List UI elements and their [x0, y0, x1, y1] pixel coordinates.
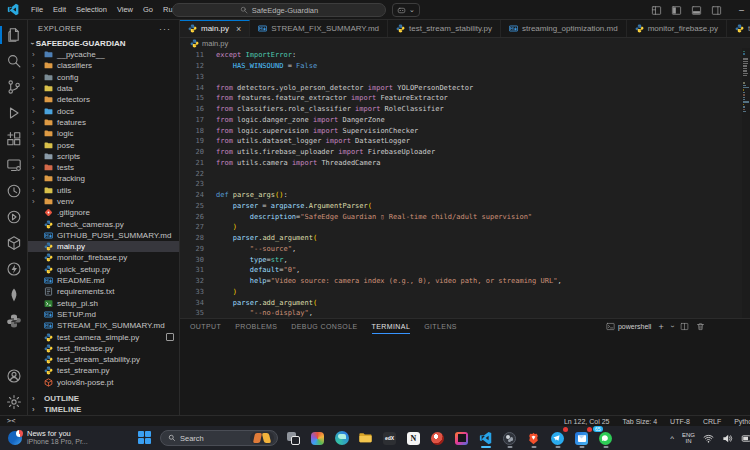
- menu-edit[interactable]: Edit: [48, 0, 71, 20]
- tree-file-README.md[interactable]: README.md: [28, 275, 179, 286]
- tree-folder-venv[interactable]: ›venv: [28, 196, 179, 207]
- taskbar-red-app-icon[interactable]: [429, 428, 446, 448]
- taskbar-telegram-icon[interactable]: [549, 428, 566, 448]
- tree-file-test_stream_stability.py[interactable]: test_stream_stability.py: [28, 354, 179, 365]
- terminal-content[interactable]: [180, 334, 750, 414]
- tree-file-STREAM_FIX_SUMMARY.md[interactable]: STREAM_FIX_SUMMARY.md: [28, 320, 179, 331]
- new-terminal-button[interactable]: +: [658, 322, 663, 332]
- panel-tab-problems[interactable]: PROBLEMS: [235, 319, 277, 334]
- menu-go[interactable]: Go: [138, 0, 158, 20]
- toggle-panel-icon[interactable]: [691, 5, 702, 16]
- status-python[interactable]: Python: [734, 418, 750, 425]
- run-debug-icon[interactable]: [0, 100, 28, 126]
- customize-layout-icon[interactable]: [651, 5, 662, 16]
- tab-test_stream_stability.py[interactable]: test_stream_stability.py: [388, 20, 501, 37]
- taskbar-brave-icon[interactable]: [525, 428, 542, 448]
- breadcrumb[interactable]: main.py: [180, 38, 750, 48]
- container-icon[interactable]: [0, 230, 28, 256]
- panel-tab-debug-console[interactable]: DEBUG CONSOLE: [291, 319, 357, 334]
- tree-file-test_camera_simple.py[interactable]: test_camera_simple.py: [28, 331, 179, 342]
- section-outline[interactable]: ›OUTLINE: [28, 392, 179, 403]
- minimap[interactable]: [742, 48, 750, 318]
- tree-file-test_firebase.py[interactable]: test_firebase.py: [28, 343, 179, 354]
- tab-test_firebase.py[interactable]: test_firebase.py: [727, 20, 750, 37]
- clock-icon[interactable]: [0, 178, 28, 204]
- tree-file-quick_setup.py[interactable]: quick_setup.py: [28, 264, 179, 275]
- toggle-sidebar-icon[interactable]: [671, 5, 682, 16]
- python-ext-icon[interactable]: [0, 308, 28, 334]
- tree-folder-__pycache__[interactable]: ›__pycache__: [28, 49, 179, 60]
- vscode-logo-icon[interactable]: [7, 3, 20, 16]
- wifi-icon[interactable]: [703, 433, 714, 444]
- tree-folder-config[interactable]: ›config: [28, 72, 179, 83]
- panel-tab-output[interactable]: OUTPUT: [190, 319, 221, 334]
- copilot-button[interactable]: ⌄: [392, 3, 420, 17]
- tree-folder-tests[interactable]: ›tests: [28, 162, 179, 173]
- files-icon[interactable]: [0, 22, 28, 48]
- search-icon[interactable]: [0, 48, 28, 74]
- tree-file-SETUP.md[interactable]: SETUP.md: [28, 309, 179, 320]
- kill-terminal-icon[interactable]: [696, 322, 705, 331]
- taskbar-search-box[interactable]: Search: [160, 430, 278, 446]
- tree-folder-features[interactable]: ›features: [28, 117, 179, 128]
- taskbar-edx-icon[interactable]: edX: [381, 428, 398, 448]
- tree-folder-detectors[interactable]: ›detectors: [28, 94, 179, 105]
- menu-selection[interactable]: Selection: [71, 0, 112, 20]
- remote-explorer-icon[interactable]: [0, 152, 28, 178]
- taskbar-start-icon[interactable]: [136, 428, 153, 448]
- settings-icon[interactable]: [0, 389, 28, 415]
- workspace-root-folder[interactable]: › SAFEEDGE-GUARDIAN: [28, 37, 179, 49]
- command-center-search[interactable]: SafeEdge-Guardian: [172, 3, 386, 17]
- tab-monitor_firebase.py[interactable]: monitor_firebase.py: [627, 20, 727, 37]
- source-control-icon[interactable]: [0, 74, 28, 100]
- volume-icon[interactable]: [722, 433, 733, 444]
- tree-file-.gitignore[interactable]: .gitignore: [28, 207, 179, 218]
- mongodb-icon[interactable]: [0, 282, 28, 308]
- menu-view[interactable]: View: [112, 0, 138, 20]
- tree-file-GITHUB_PUSH_SUMMARY.md[interactable]: GITHUB_PUSH_SUMMARY.md: [28, 230, 179, 241]
- taskbar-edge-icon[interactable]: [333, 428, 350, 448]
- taskbar-notion-icon[interactable]: N: [405, 428, 422, 448]
- account-icon[interactable]: [0, 363, 28, 389]
- tree-file-main.py[interactable]: main.py: [28, 241, 179, 252]
- taskbar-whatsapp-icon[interactable]: 65: [597, 428, 614, 448]
- panel-tab-terminal[interactable]: TERMINAL: [372, 319, 411, 334]
- taskbar-vscode-icon[interactable]: [477, 428, 494, 448]
- tree-folder-pose[interactable]: ›pose: [28, 139, 179, 150]
- section-timeline[interactable]: ›TIMELINE: [28, 404, 179, 415]
- status-tab[interactable]: Tab Size: 4: [622, 418, 657, 425]
- taskbar-obs-icon[interactable]: [501, 428, 518, 448]
- tree-folder-docs[interactable]: ›docs: [28, 105, 179, 116]
- tab-streaming_optimization.md[interactable]: streaming_optimization.md: [501, 20, 627, 37]
- tab-main.py[interactable]: main.py×: [180, 20, 250, 37]
- taskbar-task-view-icon[interactable]: [285, 428, 302, 448]
- thunder-icon[interactable]: [0, 256, 28, 282]
- more-actions-icon[interactable]: ···: [159, 24, 171, 34]
- tree-file-yolov8n-pose.pt[interactable]: yolov8n-pose.pt: [28, 377, 179, 388]
- extensions-icon[interactable]: [0, 126, 28, 152]
- taskbar-mail-icon[interactable]: [573, 428, 590, 448]
- tree-file-monitor_firebase.py[interactable]: monitor_firebase.py: [28, 252, 179, 263]
- tree-file-check_cameras.py[interactable]: check_cameras.py: [28, 218, 179, 229]
- taskbar-widgets-button[interactable]: News for you iPhone 18 Pro, Pr...: [8, 426, 113, 450]
- tree-folder-logic[interactable]: ›logic: [28, 128, 179, 139]
- close-icon[interactable]: ×: [236, 24, 241, 34]
- tree-folder-classifiers[interactable]: ›classifiers: [28, 60, 179, 71]
- status-utf8[interactable]: UTF-8: [670, 418, 690, 425]
- menu-file[interactable]: File: [26, 0, 48, 20]
- live-share-icon[interactable]: [0, 204, 28, 230]
- tree-folder-scripts[interactable]: ›scripts: [28, 151, 179, 162]
- tree-folder-utils[interactable]: ›utils: [28, 185, 179, 196]
- row-action-icon[interactable]: [166, 333, 174, 341]
- language-indicator[interactable]: ENGIN: [682, 432, 695, 444]
- tab-STREAM_FIX_SUMMARY.md[interactable]: STREAM_FIX_SUMMARY.md: [250, 20, 388, 37]
- split-terminal-icon[interactable]: [680, 322, 689, 331]
- taskbar-colorful-app-icon[interactable]: [309, 428, 326, 448]
- tree-file-requirements.txt[interactable]: requirements.txt: [28, 286, 179, 297]
- taskbar-intellij-icon[interactable]: [453, 428, 470, 448]
- remote-indicator[interactable]: ><: [0, 417, 22, 425]
- battery-icon[interactable]: [741, 433, 750, 444]
- tree-file-setup_pi.sh[interactable]: setup_pi.sh: [28, 298, 179, 309]
- minimize-button[interactable]: –: [739, 0, 744, 20]
- terminal-dropdown-icon[interactable]: ›: [668, 325, 675, 327]
